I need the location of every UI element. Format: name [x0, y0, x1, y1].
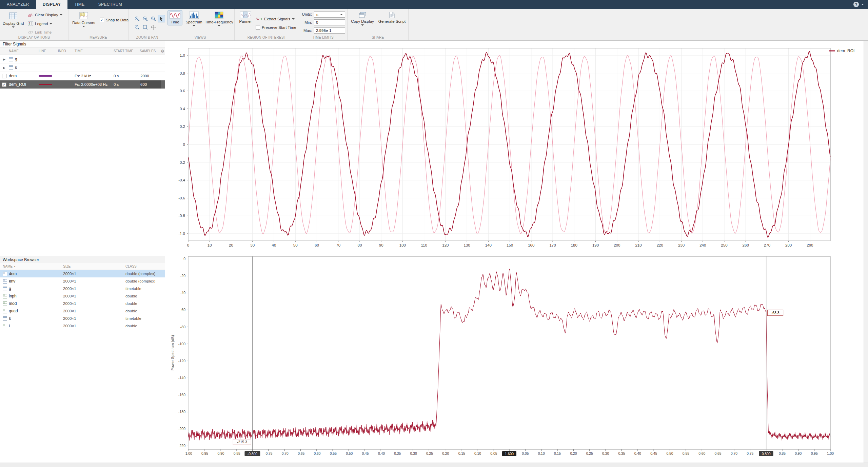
workspace-row-quad[interactable]: quad2000×1double: [0, 307, 165, 315]
workspace-row-t[interactable]: t2000×1double: [0, 322, 165, 330]
signal-row-dem[interactable]: demFs: 2 kHz0 s2000: [0, 72, 165, 80]
zoom-in-y-button[interactable]: [150, 15, 157, 22]
tick-label: 0.35: [618, 452, 625, 455]
signal-row-g[interactable]: ▶g: [0, 55, 165, 63]
tick-label: 0.65: [715, 452, 722, 455]
toolstrip-tabbar: ANALYZERDISPLAYTIMESPECTRUM ?: [0, 0, 868, 9]
spectrum-plot-canvas[interactable]: [188, 256, 830, 449]
copy-display-button[interactable]: Copy Display: [350, 10, 375, 27]
workspace-row-inph[interactable]: inph2000×1double: [0, 292, 165, 300]
pan-icon: [151, 24, 156, 30]
time-view-button[interactable]: Time: [167, 10, 182, 25]
panner-button[interactable]: Panner: [237, 10, 254, 25]
max-input[interactable]: 2.995e-1: [314, 27, 345, 34]
tick-label: 1.00: [827, 452, 834, 455]
ws-col-header-class[interactable]: CLASS: [125, 265, 165, 268]
help-icon[interactable]: ?: [853, 2, 859, 7]
generate-script-button[interactable]: Generate Script: [377, 10, 407, 25]
tick-label: 0.50: [666, 452, 673, 455]
variable-class: double (complex): [125, 272, 165, 276]
col-header-time[interactable]: TIME: [75, 49, 114, 53]
workspace-row-dem[interactable]: dem2000×1double (complex): [0, 270, 165, 277]
tick-label: -0.35: [393, 452, 401, 455]
cursor-readout-right: -63.3: [771, 311, 780, 315]
variable-size: 2000×1: [63, 324, 125, 328]
ws-col-header-size[interactable]: SIZE: [63, 265, 125, 268]
col-header-samples[interactable]: SAMPLES: [140, 49, 161, 53]
right-scrollbar-strip[interactable]: [864, 41, 868, 467]
time-frequency-view-button[interactable]: Time-Frequency: [204, 10, 234, 28]
workspace-row-env[interactable]: env2000×1double (complex): [0, 277, 165, 285]
tab-time[interactable]: TIME: [67, 0, 91, 9]
legend-button[interactable]: Legend: [28, 21, 52, 26]
help-caret-icon[interactable]: [861, 4, 864, 5]
fit-to-view-button[interactable]: [141, 23, 149, 31]
workspace-row-g[interactable]: g2000×1timetable: [0, 285, 165, 292]
tick-label: 220: [657, 243, 663, 247]
display-grid-button[interactable]: Display Grid: [2, 10, 24, 29]
tick-label: 180: [571, 243, 577, 247]
signal-name: dem_ROI: [9, 82, 26, 87]
gear-icon[interactable]: ⚙: [161, 49, 165, 54]
expand-arrow-icon[interactable]: ▶: [3, 58, 5, 61]
zoom-in-x-icon: [142, 16, 148, 22]
tick-label: 230: [678, 243, 685, 247]
snap-to-data-checkbox[interactable]: ✓ Snap to Data: [100, 18, 129, 22]
spectrum-view-label: Spectrum: [185, 20, 202, 24]
expand-arrow-icon[interactable]: ▶: [3, 66, 5, 70]
extract-signals-button[interactable]: Extract Signals: [256, 16, 295, 22]
section-label-zoom-pan: ZOOM & PAN: [129, 36, 166, 39]
tick-label: -0.90: [216, 452, 224, 455]
tick-label: -100: [178, 342, 185, 346]
ws-col-header-name[interactable]: NAME ▲: [0, 265, 63, 268]
variable-name: dem: [9, 271, 17, 276]
signal-checkbox[interactable]: [2, 74, 6, 78]
ws-name-label: NAME: [3, 265, 13, 268]
workspace-row-s[interactable]: s2000×1timetable: [0, 315, 165, 322]
clear-display-button[interactable]: Clear Display: [28, 12, 62, 18]
variable-name: quad: [9, 309, 18, 313]
timetable-icon: [9, 65, 13, 70]
signal-checkbox[interactable]: ✓: [2, 82, 6, 87]
units-select[interactable]: s: [314, 11, 345, 18]
tab-analyzer[interactable]: ANALYZER: [0, 0, 36, 9]
tab-display[interactable]: DISPLAY: [36, 0, 68, 9]
zoom-in-button[interactable]: [133, 15, 141, 22]
units-caret-icon: [340, 14, 343, 15]
ribbon: Display Grid Clear Display Legend: [0, 9, 868, 41]
legend-entry-dem_ROI[interactable]: dem_ROI: [829, 48, 854, 53]
time-plot[interactable]: 0102030405060708090100110120130140150160…: [165, 41, 868, 254]
tick-label: -0.10: [473, 452, 481, 455]
preserve-start-time-checkbox[interactable]: Preserve Start Time: [256, 25, 296, 30]
data-cursors-button[interactable]: 2.5 Data Cursors: [71, 10, 97, 28]
zoom-in-x-button[interactable]: [141, 15, 149, 22]
signal-row-dem_ROI[interactable]: ✓dem_ROIFs: 2.0000e+03 Hz0 s600: [0, 80, 165, 89]
min-input[interactable]: 0: [314, 19, 345, 25]
tick-label: -0.15: [457, 452, 465, 455]
tab-spectrum[interactable]: SPECTRUM: [92, 0, 129, 9]
pan-button[interactable]: [150, 23, 157, 31]
tick-label: -0.2: [178, 160, 185, 164]
signal-start-time: 0 s: [114, 82, 119, 86]
filter-signals-title: Filter Signals: [0, 41, 165, 47]
time-view-label: Time: [171, 20, 179, 24]
line-swatch: [39, 75, 52, 77]
signal-name: s: [15, 65, 17, 70]
spectrum-view-button[interactable]: Spectrum: [184, 10, 204, 28]
checkbox-checked-icon[interactable]: ✓: [100, 18, 104, 22]
variable-class: timetable: [125, 287, 165, 291]
tick-label: 0.10: [538, 452, 545, 455]
col-header-info[interactable]: INFO: [58, 49, 75, 53]
col-header-line[interactable]: LINE: [39, 49, 58, 53]
col-header-name[interactable]: NAME: [9, 49, 39, 53]
checkbox-unchecked-icon[interactable]: [256, 25, 260, 30]
col-header-start-time[interactable]: START TIME: [114, 49, 140, 53]
signal-row-s[interactable]: ▶s: [0, 63, 165, 72]
zoom-out-button[interactable]: [133, 23, 141, 31]
legend-label: Legend: [35, 22, 48, 26]
units-value: s: [316, 13, 318, 17]
pointer-tool-button[interactable]: [158, 15, 165, 22]
tick-label: 0.85: [779, 452, 786, 455]
spectrum-plot[interactable]: -1.00-0.95-0.90-0.85-0.80-0.75-0.70-0.65…: [165, 254, 868, 463]
workspace-row-mod[interactable]: mod2000×1double: [0, 300, 165, 307]
